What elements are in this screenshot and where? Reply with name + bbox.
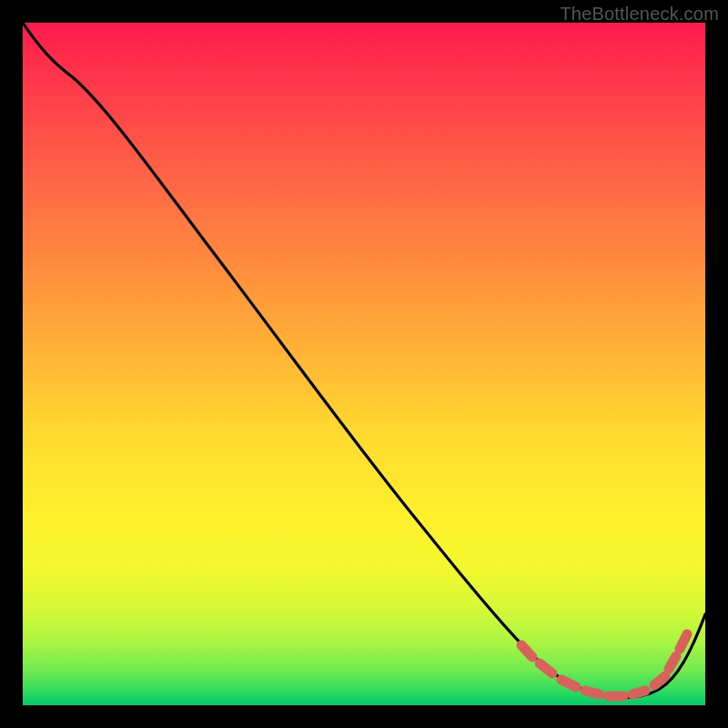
svg-line-3 [585,691,600,694]
svg-line-1 [540,663,552,673]
chart-plot-area [23,23,705,705]
svg-line-5 [632,691,645,694]
curve-path [23,23,705,698]
svg-line-8 [680,634,687,649]
svg-line-0 [521,645,532,657]
svg-line-6 [654,676,665,685]
svg-line-7 [669,656,676,669]
svg-line-2 [561,680,576,687]
bottleneck-curve [23,23,705,705]
watermark-text: TheBottleneck.com [560,4,719,25]
chart-frame: TheBottleneck.com [0,0,728,728]
